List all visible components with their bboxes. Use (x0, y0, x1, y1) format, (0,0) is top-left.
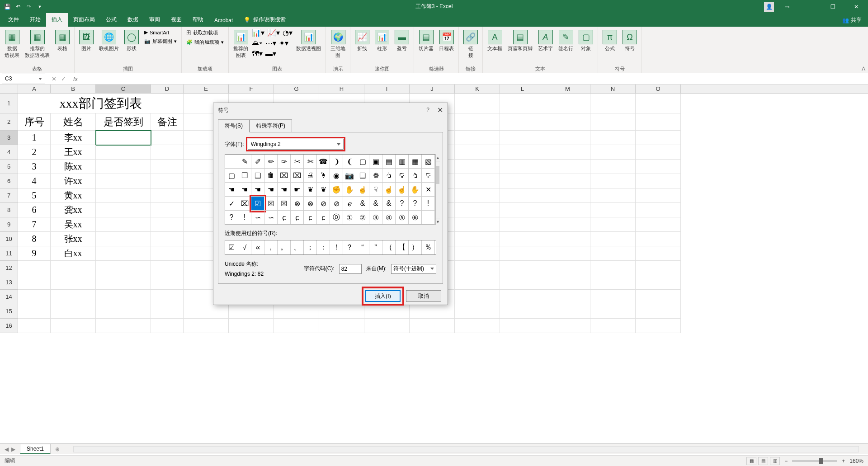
font-combo[interactable]: Wingdings 2 (248, 139, 344, 150)
cell[interactable] (96, 261, 151, 275)
minimize-button[interactable]: — (800, 0, 820, 13)
cell[interactable] (151, 304, 184, 319)
recent-symbol[interactable]: ， (264, 240, 278, 254)
slicer-button[interactable]: ▤切片器 (417, 28, 435, 53)
add-sheet-button[interactable]: ⊕ (51, 445, 64, 454)
cell[interactable] (500, 94, 545, 113)
cell[interactable] (636, 275, 681, 290)
recent-symbol[interactable]: ∝ (251, 240, 264, 254)
cell[interactable] (151, 261, 184, 275)
cell[interactable]: 吴xx (51, 217, 96, 232)
cell[interactable]: 2 (18, 145, 51, 160)
row-header[interactable]: 1 (0, 94, 18, 113)
symbol-cell[interactable]: ⌧ (291, 169, 304, 183)
symbol-cell[interactable]: 🖓 (422, 169, 435, 183)
cell[interactable] (96, 217, 151, 232)
chart-map-icon[interactable]: 🗺▾ (252, 49, 263, 58)
symbol-cell[interactable]: ☚ (225, 183, 238, 197)
symbol-cell[interactable]: & (369, 197, 382, 211)
zoom-out-button[interactable]: − (784, 458, 788, 464)
3d-map-button[interactable]: 🌍三维地 图 (329, 28, 347, 60)
cell[interactable] (636, 203, 681, 217)
symbol-cell[interactable]: ☛ (291, 183, 304, 197)
equation-button[interactable]: π公式 (601, 28, 619, 53)
cell[interactable] (151, 246, 184, 261)
symbol-cell[interactable]: ɕ (304, 211, 317, 225)
cell[interactable]: 7 (18, 217, 51, 232)
symbol-cell[interactable]: ▢ (356, 155, 369, 169)
select-all-corner[interactable] (0, 85, 18, 93)
pivot-table-button[interactable]: ▦数据 透视表 (3, 28, 21, 60)
tab-symbols[interactable]: 符号(S) (218, 119, 250, 132)
cell[interactable] (455, 94, 500, 113)
col-header-C[interactable]: C (96, 85, 151, 93)
cell[interactable] (18, 261, 51, 275)
smartart-button[interactable]: ▶ SmartArt (142, 28, 179, 36)
cell[interactable] (455, 188, 500, 203)
col-header-L[interactable]: L (500, 85, 545, 93)
symbol-cell[interactable]: ☚ (278, 183, 291, 197)
tab-special-chars[interactable]: 特殊字符(P) (250, 119, 292, 132)
menu-file[interactable]: 文件 (3, 13, 24, 27)
symbol-cell[interactable]: ☒ (278, 197, 291, 211)
symbol-cell[interactable]: 📷 (343, 169, 356, 183)
symbol-cell[interactable]: 🖒 (409, 169, 422, 183)
cell[interactable] (96, 174, 151, 188)
cell[interactable] (500, 261, 545, 275)
symbol-cell[interactable]: ⊗ (291, 197, 304, 211)
symbol-cell[interactable]: ❨ (343, 155, 356, 169)
symbol-cell[interactable]: ✂ (291, 155, 304, 169)
symbol-cell[interactable]: ⊗ (304, 197, 317, 211)
symbol-cell[interactable]: ③ (369, 211, 382, 225)
cell[interactable] (18, 275, 51, 290)
cell[interactable] (96, 145, 151, 160)
from-combo[interactable]: 符号(十进制) (391, 264, 436, 274)
symbol-cell[interactable]: ❑ (251, 169, 264, 183)
cell[interactable]: 许xx (51, 174, 96, 188)
symbol-cell[interactable]: ⊘ (317, 197, 330, 211)
recent-symbol[interactable]: √ (238, 240, 251, 254)
qat-dropdown-icon[interactable]: ▼ (36, 3, 43, 10)
row-header[interactable]: 11 (0, 246, 18, 261)
cell[interactable] (636, 246, 681, 261)
cell[interactable] (51, 290, 96, 304)
get-addins-button[interactable]: 田 获取加载项 (184, 28, 226, 37)
cell[interactable]: 张xx (51, 232, 96, 246)
cell[interactable] (500, 145, 545, 160)
row-header[interactable]: 14 (0, 290, 18, 304)
page-break-view-button[interactable]: ▥ (770, 457, 780, 465)
symbol-cell[interactable]: ▤ (382, 155, 396, 169)
col-header-I[interactable]: I (364, 85, 410, 93)
tab-nav-next-icon[interactable]: ▶ (11, 446, 15, 452)
col-header-B[interactable]: B (51, 85, 96, 93)
menu-review[interactable]: 审阅 (144, 13, 165, 27)
symbol-cell[interactable]: ? (409, 197, 422, 211)
cell[interactable] (636, 174, 681, 188)
cell[interactable] (500, 203, 545, 217)
cell[interactable] (96, 131, 151, 145)
online-pictures-button[interactable]: 🌐联机图片 (97, 28, 121, 53)
close-button[interactable]: ✕ (846, 0, 866, 13)
row-header[interactable]: 16 (0, 319, 18, 333)
cell[interactable] (455, 304, 500, 319)
symbol-cell[interactable]: ✏ (264, 155, 278, 169)
name-box-dropdown-icon[interactable] (38, 78, 42, 80)
tab-nav-prev-icon[interactable]: ◀ (5, 446, 9, 452)
cell[interactable] (51, 304, 96, 319)
menu-layout[interactable]: 页面布局 (68, 13, 100, 27)
cell[interactable] (590, 304, 636, 319)
symbol-cell[interactable]: ✄ (304, 155, 317, 169)
cell[interactable] (51, 319, 96, 333)
menu-formulas[interactable]: 公式 (100, 13, 122, 27)
cell[interactable] (590, 290, 636, 304)
symbol-cell[interactable]: ! (238, 211, 251, 225)
cell[interactable] (500, 275, 545, 290)
cell[interactable]: 4 (18, 174, 51, 188)
cell[interactable] (18, 304, 51, 319)
symbol-cell[interactable]: ⓪ (330, 211, 343, 225)
symbol-cell[interactable]: ɕ (291, 211, 304, 225)
cell[interactable]: 9 (18, 246, 51, 261)
cell[interactable] (590, 203, 636, 217)
cell[interactable] (636, 304, 681, 319)
cell[interactable] (545, 203, 590, 217)
